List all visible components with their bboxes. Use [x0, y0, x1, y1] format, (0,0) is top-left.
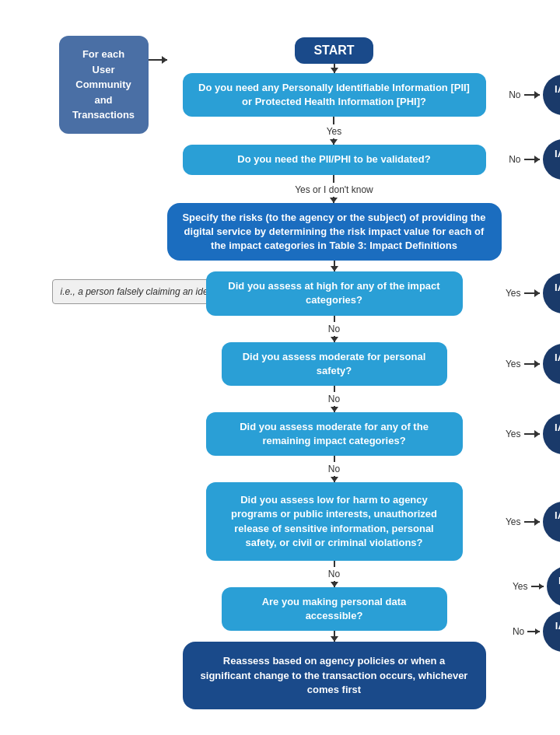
no-label-6: No	[328, 569, 340, 579]
q2-no-branch: No IAL 1	[509, 139, 560, 180]
ial-badge-2c: IAL 2	[547, 566, 561, 607]
q6-yes-branch: Yes IAL 2	[506, 502, 560, 542]
ial-badge-1b: IAL 1	[543, 139, 561, 180]
q7-branches: Yes IAL 2 No	[513, 587, 560, 631]
q1-no-branch: No IAL 1	[509, 75, 560, 115]
no-label-5: No	[328, 464, 340, 474]
ial-badge-3b: IAL 3	[543, 344, 561, 384]
q4-yes-branch: Yes IAL 3	[506, 344, 560, 384]
node-q3: Did you assess at high for any of the im…	[206, 271, 463, 315]
node-q1: Do you need any Personally Identifiable …	[183, 73, 486, 117]
q3-yes-branch: Yes IAL 3	[506, 273, 560, 313]
node-reassess: Reassess based on agency policies or whe…	[183, 642, 486, 709]
node-info: Specify the risks (to the agency or the …	[167, 203, 502, 261]
no-label-4: No	[328, 394, 340, 404]
node-q5: Did you assess moderate for any of the r…	[206, 412, 463, 456]
diagram-container: For each User Community and Transactions…	[0, 0, 560, 725]
node-q2: Do you need the PII/PHI to be validated?	[183, 145, 486, 174]
ial-badge-3a: IAL 3	[543, 273, 561, 313]
node-q7: Are you making personal data accessible?	[222, 587, 447, 631]
ial-badge-1a: IAL 1	[543, 75, 561, 115]
yes-or-dont-know-label: Yes or I don't know	[295, 184, 373, 195]
ial-badge-2b: IAL 2	[543, 502, 561, 542]
node-q6: Did you assess low for harm to agency pr…	[206, 482, 463, 561]
user-community-box: For each User Community and Transactions	[59, 36, 149, 134]
node-q4: Did you assess moderate for personal saf…	[222, 342, 447, 386]
q5-yes-branch: Yes IAL 2	[506, 414, 560, 454]
ial-badge-2a: IAL 2	[543, 414, 561, 454]
yes-label-1: Yes	[327, 126, 342, 137]
start-node: START	[295, 37, 373, 64]
no-label-3: No	[328, 324, 340, 334]
ial-badge-1c: IAL 1	[543, 611, 560, 652]
